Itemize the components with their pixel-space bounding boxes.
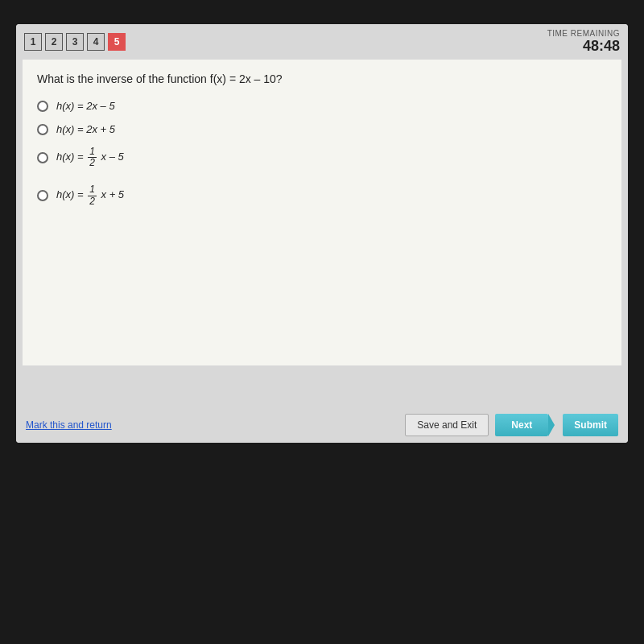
next-button[interactable]: Next (495, 414, 548, 436)
radio-c[interactable] (37, 152, 48, 163)
option-b-text: h(x) = 2x + 5 (56, 123, 115, 135)
question-number-1[interactable]: 1 (24, 33, 42, 51)
submit-button[interactable]: Submit (563, 414, 618, 436)
option-c-text: h(x) = 1 2 x – 5 (56, 147, 124, 168)
option-d-text: h(x) = 1 2 x + 5 (56, 184, 124, 206)
option-a[interactable]: h(x) = 2x – 5 (37, 100, 607, 112)
question-number-3[interactable]: 3 (66, 33, 84, 51)
question-number-2[interactable]: 2 (45, 33, 63, 51)
save-exit-button[interactable]: Save and Exit (405, 414, 489, 436)
option-d[interactable]: h(x) = 1 2 x + 5 (37, 184, 607, 206)
question-number-list: 1 2 3 4 5 (24, 33, 126, 51)
radio-b[interactable] (37, 124, 48, 135)
timer-section: TIME REMAINING 48:48 (547, 29, 620, 55)
radio-d[interactable] (37, 190, 48, 201)
content-area: What is the inverse of the function f(x)… (23, 60, 621, 365)
exam-screen: 1 2 3 4 5 TIME REMAINING 48:48 What is t… (16, 24, 628, 443)
bottom-buttons: Save and Exit Next Submit (405, 414, 618, 436)
question-text: What is the inverse of the function f(x)… (37, 72, 607, 85)
top-bar: 1 2 3 4 5 TIME REMAINING 48:48 (16, 24, 628, 60)
option-c[interactable]: h(x) = 1 2 x – 5 (37, 147, 607, 168)
timer-label: TIME REMAINING (547, 29, 620, 38)
option-b[interactable]: h(x) = 2x + 5 (37, 123, 607, 135)
question-number-5[interactable]: 5 (108, 33, 126, 51)
option-a-text: h(x) = 2x – 5 (56, 100, 115, 112)
mark-return-link[interactable]: Mark this and return (26, 419, 112, 431)
radio-a[interactable] (37, 101, 48, 112)
timer-value: 48:48 (547, 38, 620, 55)
bottom-bar: Mark this and return Save and Exit Next … (16, 407, 628, 443)
question-number-4[interactable]: 4 (87, 33, 105, 51)
